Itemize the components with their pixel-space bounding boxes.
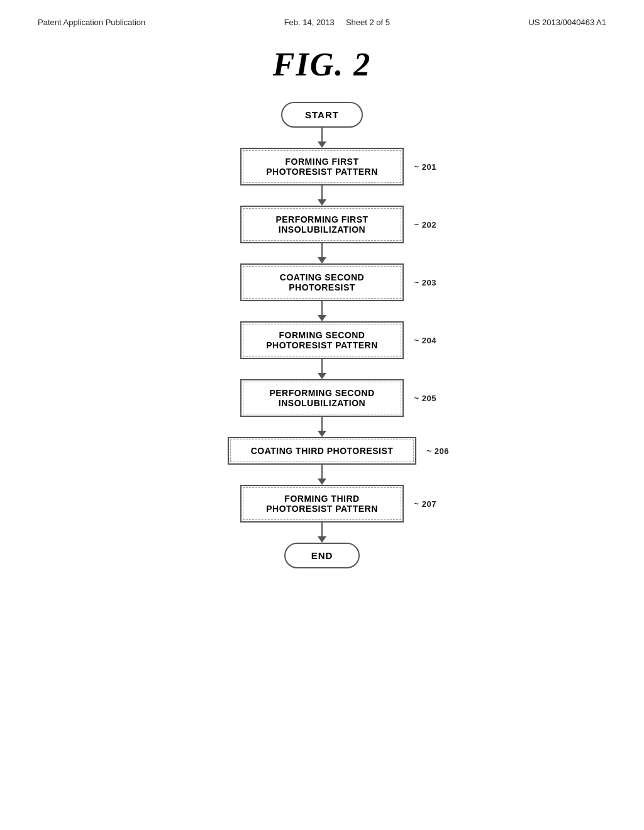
arrow-line: [321, 128, 323, 141]
arrow-7: [318, 465, 326, 485]
arrow-line: [321, 417, 323, 431]
arrow-8: [318, 523, 326, 543]
step-206-wrapper: COATING THIRD PHOTORESIST ~ 206: [228, 437, 416, 465]
step-202: PERFORMING FIRST INSOLUBILIZATION ~ 202: [240, 206, 404, 243]
arrow-head: [318, 431, 326, 437]
arrow-3: [318, 243, 326, 263]
step-205: PERFORMING SECOND INSOLUBILIZATION ~ 205: [240, 379, 404, 417]
arrow-6: [318, 417, 326, 437]
end-node: END: [284, 543, 360, 568]
start-node: START: [281, 102, 363, 128]
step-206: COATING THIRD PHOTORESIST ~ 206: [228, 437, 416, 465]
step-203-wrapper: COATING SECOND PHOTORESIST ~ 203: [240, 263, 404, 301]
step-204-wrapper: FORMING SECOND PHOTORESIST PATTERN ~ 204: [240, 321, 404, 359]
arrow-4: [318, 301, 326, 321]
arrow-line: [321, 523, 323, 536]
end-shape: END: [284, 543, 360, 568]
arrow-head: [318, 315, 326, 321]
arrow-head: [318, 536, 326, 543]
flowchart: START FORMING FIRST PHOTORESIST PATTERN …: [0, 102, 644, 594]
step-205-label: ~ 205: [414, 394, 436, 403]
arrow-head: [318, 141, 326, 148]
arrow-line: [321, 301, 323, 315]
step-205-wrapper: PERFORMING SECOND INSOLUBILIZATION ~ 205: [240, 379, 404, 417]
step-201-label: ~ 201: [414, 162, 436, 172]
arrow-5: [318, 359, 326, 379]
step-206-label: ~ 206: [427, 446, 449, 456]
step-207: FORMING THIRD PHOTORESIST PATTERN ~ 207: [240, 485, 404, 523]
header-sheet: Sheet 2 of 5: [346, 18, 390, 27]
header-right: US 2013/0040463 A1: [528, 18, 606, 27]
start-shape: START: [281, 102, 363, 128]
arrow-head: [318, 373, 326, 379]
step-202-wrapper: PERFORMING FIRST INSOLUBILIZATION ~ 202: [240, 206, 404, 243]
header-left: Patent Application Publication: [38, 18, 145, 27]
header: Patent Application Publication Feb. 14, …: [0, 0, 644, 27]
step-207-label: ~ 207: [414, 499, 436, 509]
step-203: COATING SECOND PHOTORESIST ~ 203: [240, 263, 404, 301]
step-204: FORMING SECOND PHOTORESIST PATTERN ~ 204: [240, 321, 404, 359]
header-center: Feb. 14, 2013 Sheet 2 of 5: [284, 18, 390, 27]
arrow-line: [321, 465, 323, 479]
header-date: Feb. 14, 2013: [284, 18, 335, 27]
step-201: FORMING FIRST PHOTORESIST PATTERN ~ 201: [240, 148, 404, 185]
arrow-head: [318, 479, 326, 485]
arrow-head: [318, 257, 326, 263]
step-202-label: ~ 202: [414, 220, 436, 230]
arrow-1: [318, 128, 326, 148]
page: Patent Application Publication Feb. 14, …: [0, 0, 644, 830]
arrow-line: [321, 359, 323, 373]
arrow-line: [321, 185, 323, 199]
arrow-2: [318, 185, 326, 206]
arrow-head: [318, 199, 326, 206]
step-204-label: ~ 204: [414, 336, 436, 345]
step-201-wrapper: FORMING FIRST PHOTORESIST PATTERN ~ 201: [240, 148, 404, 185]
step-207-wrapper: FORMING THIRD PHOTORESIST PATTERN ~ 207: [240, 485, 404, 523]
figure-title: FIG. 2: [0, 46, 644, 83]
arrow-line: [321, 243, 323, 257]
step-203-label: ~ 203: [414, 278, 436, 287]
